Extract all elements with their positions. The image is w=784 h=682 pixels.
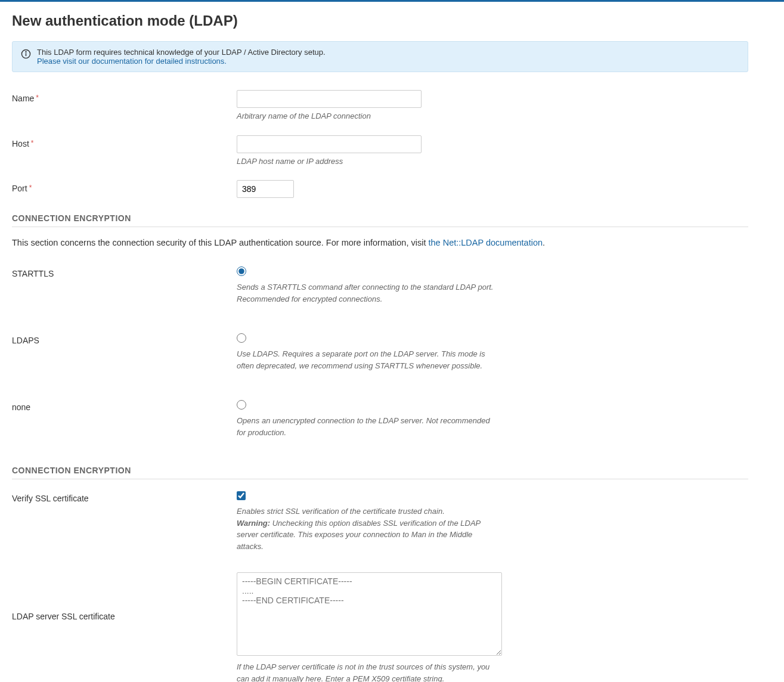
- notice-doc-link[interactable]: Please visit our documentation for detai…: [37, 57, 227, 66]
- ldaps-label: LDAPS: [12, 332, 237, 345]
- name-input[interactable]: [237, 90, 422, 108]
- none-radio[interactable]: [237, 400, 246, 410]
- encryption-section-desc: This section concerns the connection sec…: [12, 238, 748, 247]
- starttls-help: Sends a STARTTLS command after connectin…: [237, 281, 499, 305]
- name-help: Arbitrary name of the LDAP connection: [237, 110, 499, 122]
- name-label: Name*: [12, 90, 237, 103]
- verify-ssl-help: Enables strict SSL verification of the c…: [237, 506, 499, 552]
- host-label: Host*: [12, 135, 237, 148]
- ssl-cert-textarea[interactable]: [237, 572, 502, 656]
- none-help: Opens an unencrypted connection to the L…: [237, 415, 499, 438]
- starttls-label: STARTTLS: [12, 265, 237, 278]
- port-label: Port*: [12, 180, 237, 193]
- info-notice: This LDAP form requires technical knowle…: [12, 41, 748, 72]
- host-help: LDAP host name or IP address: [237, 156, 499, 168]
- host-input[interactable]: [237, 135, 422, 153]
- info-icon: [21, 49, 31, 61]
- port-input[interactable]: [237, 180, 294, 198]
- netldap-doc-link[interactable]: the Net::LDAP documentation: [428, 238, 543, 247]
- none-label: none: [12, 399, 237, 412]
- svg-point-2: [26, 51, 26, 52]
- verify-ssl-checkbox[interactable]: [237, 491, 246, 500]
- verify-ssl-label: Verify SSL certificate: [12, 490, 237, 503]
- starttls-radio[interactable]: [237, 266, 246, 276]
- encryption-section-heading-2: CONNECTION ENCRYPTION: [12, 466, 748, 479]
- notice-text: This LDAP form requires technical knowle…: [37, 48, 326, 57]
- ldaps-radio[interactable]: [237, 333, 246, 343]
- ldaps-help: Use LDAPS. Requires a separate port on t…: [237, 348, 499, 371]
- ssl-cert-help: If the LDAP server certificate is not in…: [237, 661, 499, 682]
- encryption-section-heading: CONNECTION ENCRYPTION: [12, 213, 748, 227]
- ssl-cert-label: LDAP server SSL certificate: [12, 572, 237, 621]
- page-title: New authentication mode (LDAP): [12, 13, 748, 29]
